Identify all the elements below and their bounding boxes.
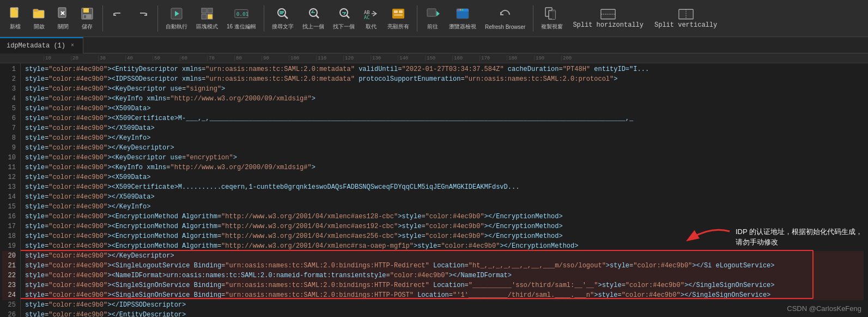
code-line-5[interactable]: style="color:#4ec9b0"><X509Data> [25, 104, 864, 113]
block-mode-icon [199, 6, 215, 21]
code-line-7[interactable]: style="color:#4ec9b0"></X509Data> [25, 123, 864, 133]
code-line-22[interactable]: style="color:#4ec9b0"><NameIDFormat>urn:… [25, 271, 864, 280]
ruler-4: 40 [125, 56, 153, 61]
svg-rect-32 [392, 9, 404, 19]
split-v-button[interactable]: Split vertically [650, 6, 721, 31]
tab-label: idpMetadata (1) [7, 42, 65, 50]
close-file-button[interactable]: 關閉 [52, 4, 74, 33]
ruler-15: 150 [425, 56, 452, 61]
hex-edit-label: 16 進位編輯 [227, 23, 256, 31]
svg-rect-0 [10, 8, 18, 17]
show-all-label: 亮顯所有 [387, 23, 409, 31]
separator-1 [102, 5, 103, 32]
line-number-21: 21 [2, 261, 16, 271]
hex-edit-icon: 0.01 [234, 6, 249, 21]
code-line-10[interactable]: style="color:#4ec9b0"><KeyDescriptor use… [25, 153, 864, 163]
ruler-2: 20 [71, 56, 98, 61]
svg-rect-17 [208, 14, 213, 19]
clone-view-label: 複製視窗 [541, 23, 563, 31]
code-line-12[interactable]: style="color:#4ec9b0"><X509Data> [25, 172, 864, 182]
annotation-arrow [683, 220, 732, 253]
line-number-12: 12 [2, 172, 16, 182]
refresh-icon [497, 7, 513, 22]
clone-view-button[interactable]: 複製視窗 [538, 4, 566, 33]
ruler-17: 170 [479, 56, 507, 61]
new-button[interactable]: 新檔 [4, 4, 26, 33]
ruler-10: 100 [289, 56, 316, 61]
code-line-4[interactable]: style="color:#4ec9b0"><KeyInfo xmlns="ht… [25, 94, 864, 104]
code-area[interactable]: style="color:#4ec9b0"><EntityDescriptor … [21, 63, 868, 317]
replace-button[interactable]: AB AC 取代 [360, 4, 382, 33]
forward-icon [425, 6, 440, 21]
open-icon [32, 6, 47, 21]
code-line-23[interactable]: style="color:#4ec9b0"><SingleSignOnServi… [25, 280, 864, 290]
replace-label: 取代 [366, 23, 377, 31]
ruler-19: 190 [534, 56, 561, 61]
redo-button[interactable] [131, 8, 153, 29]
find-text-label: 搜尋文字 [272, 23, 294, 31]
tab-idpmetadata[interactable]: idpMetadata (1) × [0, 37, 83, 53]
browser-view-button[interactable]: 瀏覽器檢視 [446, 4, 479, 33]
code-line-14[interactable]: style="color:#4ec9b0"></X509Data> [25, 192, 864, 202]
auto-exec-button[interactable]: 自動執行 [162, 4, 191, 33]
line-number-8: 8 [2, 133, 16, 143]
annotation-line1: IDP 的认证地址，根据初始化代码生成， [736, 226, 863, 237]
code-line-8[interactable]: style="color:#4ec9b0"></KeyInfo> [25, 133, 864, 143]
line-number-6: 6 [2, 113, 16, 123]
editor: 1234567891011121314151617181920212223242… [0, 63, 868, 317]
split-h-button[interactable]: Split horizontally [568, 6, 648, 31]
show-all-button[interactable]: 亮顯所有 [384, 4, 412, 33]
code-line-11[interactable]: style="color:#4ec9b0"><KeyInfo xmlns="ht… [25, 163, 864, 172]
ruler-8: 80 [234, 56, 262, 61]
line-number-23: 23 [2, 280, 16, 290]
code-line-24[interactable]: style="color:#4ec9b0"><SingleSignOnServi… [25, 290, 864, 300]
code-line-21[interactable]: style="color:#4ec9b0"><SingleLogoutServi… [25, 261, 864, 271]
ruler-5: 50 [153, 56, 180, 61]
find-next-button[interactable]: 找下一個 [330, 4, 358, 33]
code-line-13[interactable]: style="color:#4ec9b0"><X509Certificate>M… [25, 182, 864, 192]
close-file-icon [56, 6, 71, 21]
code-line-26[interactable]: style="color:#4ec9b0"></EntityDescriptor… [25, 310, 864, 317]
svg-rect-35 [394, 14, 403, 16]
svg-text:AC: AC [364, 15, 370, 20]
forward-button[interactable]: 前往 [422, 4, 444, 33]
tab-close-button[interactable]: × [69, 42, 76, 50]
annotation-text: IDP 的认证地址，根据初始化代码生成， 请勿手动修改 [736, 226, 863, 248]
svg-text:0.01: 0.01 [236, 11, 248, 17]
refresh-button[interactable]: Refresh Browser [482, 5, 529, 32]
block-mode-button[interactable]: 區塊模式 [193, 4, 221, 33]
save-button[interactable]: 儲存 [76, 4, 98, 33]
undo-button[interactable] [107, 8, 129, 29]
ruler-9: 90 [262, 56, 289, 61]
open-button[interactable]: 開啟 [28, 4, 50, 33]
find-prev-button[interactable]: 找上一個 [299, 4, 327, 33]
svg-rect-34 [399, 10, 403, 13]
line-number-11: 11 [2, 163, 16, 172]
code-line-15[interactable]: style="color:#4ec9b0"></KeyInfo> [25, 202, 864, 212]
code-line-2[interactable]: style="color:#4ec9b0"><IDPSSODescriptor … [25, 74, 864, 84]
line-number-19: 19 [2, 241, 16, 251]
code-line-6[interactable]: style="color:#4ec9b0"><X509Certificate>M… [25, 113, 864, 123]
replace-icon: AB AC [363, 6, 379, 21]
svg-line-26 [316, 15, 319, 18]
close-file-label: 關閉 [58, 23, 69, 31]
hex-edit-button[interactable]: 0.01 16 進位編輯 [223, 4, 259, 33]
redo-icon [135, 10, 150, 25]
svg-rect-11 [84, 15, 86, 18]
line-number-22: 22 [2, 271, 16, 280]
code-line-1[interactable]: style="color:#4ec9b0"><EntityDescriptor … [25, 64, 864, 74]
svg-rect-15 [208, 8, 213, 13]
line-number-5: 5 [2, 104, 16, 113]
line-number-20: 20 [2, 251, 16, 261]
svg-rect-33 [394, 10, 398, 13]
code-line-9[interactable]: style="color:#4ec9b0"></KeyDescriptor> [25, 143, 864, 153]
find-text-button[interactable]: 搜尋文字 [269, 4, 297, 33]
svg-rect-55 [687, 10, 692, 18]
separator-5 [533, 5, 533, 32]
toolbar: 新檔 開啟 關閉 [0, 0, 868, 37]
separator-4 [417, 5, 417, 32]
code-line-25[interactable]: style="color:#4ec9b0"></IDPSSODescriptor… [25, 300, 864, 310]
code-line-3[interactable]: style="color:#4ec9b0"><KeyDescriptor use… [25, 84, 864, 94]
svg-rect-50 [602, 10, 615, 13]
new-icon [8, 6, 23, 21]
